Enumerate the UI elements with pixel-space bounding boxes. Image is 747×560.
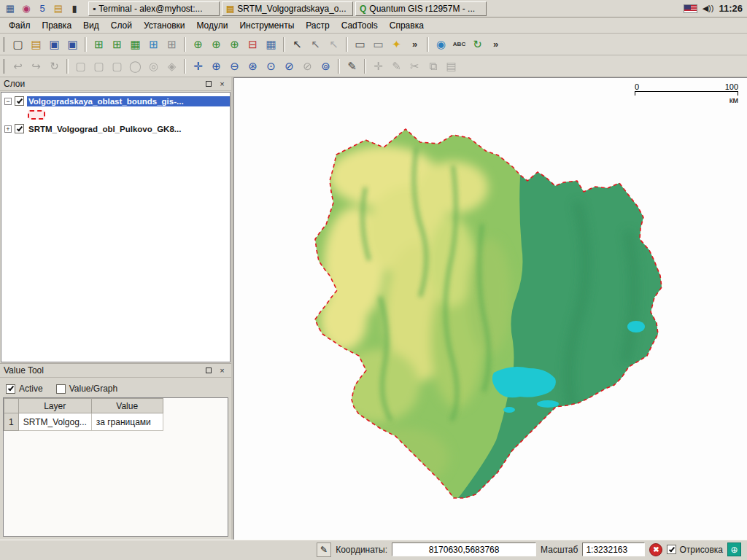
copy-features-button[interactable]: ⧉ — [424, 57, 442, 75]
terminal-launcher-icon[interactable]: ▮ — [67, 1, 82, 16]
menu-layer[interactable]: Слой — [105, 19, 138, 32]
new-project-button[interactable]: ▢ — [9, 35, 27, 53]
redo-button[interactable]: ↪ — [27, 57, 45, 75]
add-part-button[interactable]: ◈ — [163, 57, 181, 75]
map-navigation-globe-button[interactable]: ◉ — [432, 35, 450, 53]
attribute-table-button[interactable]: ▦ — [262, 35, 280, 53]
keyboard-layout-flag-icon[interactable] — [684, 4, 697, 13]
toolbar-overflow-button[interactable]: » — [406, 35, 424, 53]
toolbar-grip[interactable] — [3, 37, 6, 52]
zoom-full-button[interactable]: ⊛ — [244, 57, 262, 75]
select-rectangle-button[interactable]: ▢ — [71, 57, 90, 75]
remove-layer-button[interactable]: ⊟ — [244, 35, 262, 53]
column-header-value[interactable]: Value — [91, 399, 163, 413]
menu-plugins[interactable]: Модули — [190, 19, 233, 32]
menu-cadtools[interactable]: CadTools — [336, 19, 384, 32]
value-layer-cell[interactable]: SRTM_Volgog... — [18, 413, 91, 431]
select-radius-button[interactable]: ◯ — [126, 57, 144, 75]
files-launcher-icon[interactable]: ▤ — [51, 1, 66, 16]
value-tool-active-checkbox[interactable]: Active — [6, 384, 43, 394]
value-tool-graph-checkbox[interactable]: Value/Graph — [56, 384, 118, 394]
toolbar-button — [66, 59, 69, 74]
scale-input[interactable] — [582, 542, 645, 556]
layer-visibility-checkbox[interactable] — [15, 96, 24, 106]
app-launcher-icon[interactable]: ◉ — [19, 1, 34, 16]
save-project-button[interactable]: ▣ — [45, 35, 63, 53]
select-polygon-button[interactable]: ▢ — [90, 57, 108, 75]
node-tool-button[interactable]: ✎ — [387, 57, 406, 75]
capture-point-button[interactable]: ⊕ — [189, 35, 207, 53]
zoom-last-button[interactable]: ⊘ — [280, 57, 298, 75]
menu-edit[interactable]: Правка — [36, 19, 78, 32]
crs-status-icon[interactable]: ⊕ — [727, 542, 741, 556]
workspace-5-icon[interactable]: 5 — [35, 1, 50, 16]
menu-settings[interactable]: Установки — [138, 19, 190, 32]
zoom-next-button[interactable]: ⊘ — [298, 57, 317, 75]
zoom-in-button[interactable]: ⊕ — [207, 57, 225, 75]
identify-button[interactable]: ↖ — [288, 35, 306, 53]
refresh-globe-button[interactable]: ↻ — [468, 35, 487, 53]
value-tool-float-button[interactable] — [203, 365, 214, 376]
menu-view[interactable]: Вид — [77, 19, 105, 32]
stop-render-button[interactable]: ✖ — [649, 543, 662, 556]
deselect-features-button[interactable]: ↖ — [325, 35, 343, 53]
volume-icon[interactable]: ◀)) — [703, 4, 714, 13]
layer-item-srtm[interactable]: + SRTM_Volgograd_obl_Pulkovo_GK8... — [1, 122, 230, 136]
coordinates-label[interactable]: Координаты: — [336, 545, 387, 555]
label-tool-button[interactable]: ABC — [450, 35, 468, 53]
menu-file[interactable]: Файл — [3, 19, 36, 32]
undo-button[interactable]: ↩ — [9, 57, 27, 75]
add-wms-layer-button[interactable]: ⊞ — [144, 35, 163, 53]
new-vector-layer-button[interactable]: ⊞ — [90, 35, 108, 53]
layer-visibility-checkbox[interactable] — [15, 124, 24, 133]
taskbar-window-qgis[interactable]: Q Quantum GIS r12957M - ... — [355, 1, 487, 16]
measure-line-button[interactable]: ▭ — [351, 35, 369, 53]
coordinates-display[interactable] — [392, 542, 536, 556]
render-checkbox[interactable]: Отрисовка — [667, 545, 723, 555]
desktop-launcher-icon[interactable]: ▦ — [3, 1, 18, 16]
select-freehand-button[interactable]: ▢ — [108, 57, 126, 75]
add-raster-layer-button[interactable]: ▦ — [126, 35, 144, 53]
taskbar-window-terminal[interactable]: ▪ Terminal - alex@myhost:... — [88, 1, 220, 16]
render-extents-button[interactable]: ✎ — [317, 542, 331, 557]
select-features-button[interactable]: ↖ — [306, 35, 325, 53]
layer-item-volgogradskaya-bounds[interactable]: − Volgogradskaya_oblast_bounds_gis-... — [1, 94, 230, 108]
scale-label[interactable]: Масштаб — [541, 545, 578, 555]
menu-tools[interactable]: Инструменты — [233, 19, 300, 32]
menu-raster[interactable]: Растр — [300, 19, 335, 32]
zoom-to-selection-button[interactable]: ⊙ — [262, 57, 280, 75]
layers-panel-header[interactable]: Слои × — [0, 77, 231, 91]
save-project-as-button[interactable]: ▣ — [63, 35, 82, 53]
cut-features-button[interactable]: ✂ — [406, 57, 424, 75]
zoom-out-button[interactable]: ⊖ — [225, 57, 244, 75]
map-canvas[interactable]: 0 100 км — [233, 77, 747, 540]
add-vector-layer-button[interactable]: ⊞ — [108, 35, 126, 53]
value-value-cell[interactable]: за границами — [91, 413, 163, 431]
tree-expander-icon[interactable]: + — [4, 125, 12, 133]
paste-features-button[interactable]: ▤ — [442, 57, 460, 75]
toolbar-grip[interactable] — [3, 59, 6, 74]
move-feature-button[interactable]: ✛ — [369, 57, 387, 75]
toolbar-overflow-2-button[interactable]: » — [487, 35, 505, 53]
column-header-layer[interactable]: Layer — [18, 399, 91, 413]
add-ring-button[interactable]: ◎ — [144, 57, 163, 75]
refresh-map-button[interactable]: ↻ — [45, 57, 63, 75]
open-project-button[interactable]: ▤ — [27, 35, 45, 53]
tree-expander-icon[interactable]: − — [4, 98, 12, 105]
layers-panel-close-button[interactable]: × — [217, 79, 228, 90]
zoom-to-layer-button[interactable]: ⊚ — [317, 57, 335, 75]
capture-polygon-button[interactable]: ⊕ — [225, 35, 244, 53]
measure-area-button[interactable]: ▭ — [369, 35, 387, 53]
layer-symbology-swatch[interactable] — [1, 108, 230, 122]
capture-line-button[interactable]: ⊕ — [207, 35, 225, 53]
left-dock-area: Слои × − Volgogradskaya_oblast_bounds_gi… — [0, 77, 233, 540]
add-delimited-text-button[interactable]: ⊞ — [163, 35, 181, 53]
toggle-editing-button[interactable]: ✎ — [343, 57, 361, 75]
value-tool-header[interactable]: Value Tool × — [0, 364, 231, 378]
pan-map-button[interactable]: ✛ — [189, 57, 207, 75]
value-tool-close-button[interactable]: × — [217, 365, 228, 376]
layers-panel-float-button[interactable] — [203, 79, 214, 90]
map-tips-button[interactable]: ✦ — [387, 35, 406, 53]
menu-help[interactable]: Справка — [384, 19, 430, 32]
taskbar-window-files[interactable]: ▤ SRTM_Volgogradskaya_o... — [222, 1, 353, 16]
